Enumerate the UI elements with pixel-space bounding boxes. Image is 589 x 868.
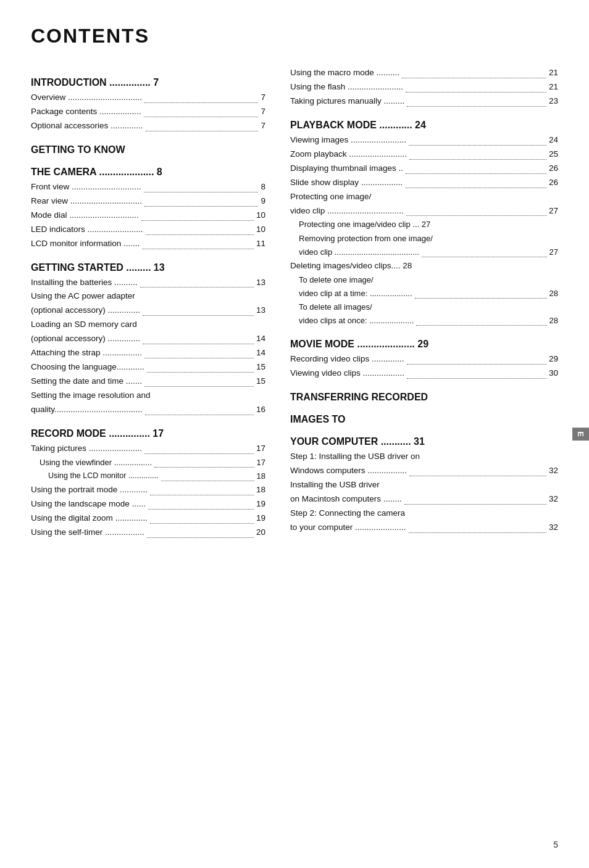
toc-attaching-strap: Attaching the strap ................. 14 — [31, 346, 265, 360]
toc-delete-one-image-line1: To delete one image/ — [290, 273, 558, 287]
toc-pictures-manually: Taking pictures manually ......... 23 — [290, 94, 558, 109]
toc-front-view: Front view .............................… — [31, 180, 265, 194]
section-introduction: INTRODUCTION ............... 7 Overview … — [31, 77, 265, 133]
toc-usb-driver-windows: Windows computers ................. 32 — [290, 464, 558, 478]
section-getting-started: GETTING STARTED ......... 13 Installing … — [31, 262, 265, 417]
toc-ac-adapter-line1: Using the AC power adapter — [31, 289, 265, 304]
toc-digital-zoom: Using the digital zoom .............. 19 — [31, 511, 265, 526]
toc-protect-image-line1: Protecting one image/ — [290, 190, 558, 204]
section-title-getting-to-know-line2: THE CAMERA .................... 8 — [31, 167, 265, 178]
section-transferring: TRANSFERRING RECORDED IMAGES TO YOUR COM… — [290, 392, 558, 535]
toc-slide-show: Slide show display .................. 26 — [290, 176, 558, 190]
toc-ac-adapter-line2: (optional accessory) .............. 13 — [31, 304, 265, 318]
right-column: Using the macro mode .......... 21 Using… — [290, 66, 558, 540]
section-title-movie-mode: MOVIE MODE ..................... 29 — [290, 339, 558, 350]
page-title: CONTENTS — [31, 25, 558, 48]
toc-delete-all-line1: To delete all images/ — [290, 300, 558, 314]
section-movie-mode: MOVIE MODE ..................... 29 Reco… — [290, 339, 558, 381]
toc-lcd-monitor-using: Using the LCD monitor .............. 18 — [31, 469, 265, 483]
toc-removing-protection-line2: video clip .............................… — [290, 246, 558, 259]
section-title-playback-mode: PLAYBACK MODE ............ 24 — [290, 120, 558, 131]
toc-viewing-video-clips: Viewing video clips .................. 3… — [290, 366, 558, 381]
section-playback-mode: PLAYBACK MODE ............ 24 Viewing im… — [290, 120, 558, 328]
toc-viewing-images: Viewing images ........................ … — [290, 133, 558, 147]
section-record-mode-cont: Using the macro mode .......... 21 Using… — [290, 66, 558, 109]
section-title-getting-started: GETTING STARTED ......... 13 — [31, 262, 265, 273]
toc-rear-view: Rear view ..............................… — [31, 194, 265, 209]
toc-date-time: Setting the date and time ....... 15 — [31, 374, 265, 389]
toc-taking-pictures: Taking pictures ....................... … — [31, 442, 265, 456]
toc-removing-protection-line1: Removing protection from one image/ — [290, 232, 558, 246]
toc-connect-camera-line1: Step 2: Connecting the camera — [290, 506, 558, 521]
toc-delete-one-image-line2: video clip at a time: ..................… — [290, 287, 558, 300]
toc-choosing-language: Choosing the language............ 15 — [31, 360, 265, 374]
toc-delete-all-line2: video clips at once: ...................… — [290, 314, 558, 328]
section-record-mode: RECORD MODE ............... 17 Taking pi… — [31, 428, 265, 540]
toc-package-contents: Package contents .................. 7 — [31, 105, 265, 119]
toc-deleting-images: Deleting images/video clips.... 28 — [290, 259, 558, 273]
toc-mode-dial: Mode dial ..............................… — [31, 209, 265, 223]
toc-zoom-playback: Zoom playback ......................... … — [290, 147, 558, 162]
toc-installing-batteries: Installing the batteries .......... 13 — [31, 276, 265, 290]
section-title-getting-to-know-line1: GETTING TO KNOW — [31, 144, 265, 155]
toc-led-indicators: LED indicators ........................ … — [31, 223, 265, 237]
toc-usb-driver-line1: Step 1: Installing the USB driver on — [290, 450, 558, 464]
toc-usb-driver-mac-line1: Installing the USB driver — [290, 478, 558, 492]
toc-macro-mode: Using the macro mode .......... 21 — [290, 66, 558, 80]
toc-sd-card-line2: (optional accessory) .............. 14 — [31, 332, 265, 346]
section-title-transferring-line2: IMAGES TO — [290, 414, 558, 425]
section-getting-to-know: GETTING TO KNOW THE CAMERA .............… — [31, 144, 265, 251]
section-title-transferring-line1: TRANSFERRING RECORDED — [290, 392, 558, 403]
toc-image-res-line1: Setting the image resolution and — [31, 389, 265, 403]
toc-overview: Overview ...............................… — [31, 91, 265, 105]
toc-usb-driver-mac: on Macintosh computers ........ 32 — [290, 492, 558, 506]
toc-thumbnail-images: Displaying thumbnail images .. 26 — [290, 162, 558, 176]
left-column: INTRODUCTION ............... 7 Overview … — [31, 66, 265, 540]
toc-recording-video-clips: Recording video clips .............. 29 — [290, 352, 558, 366]
toc-viewfinder: Using the viewfinder ................. 1… — [31, 456, 265, 469]
toc-protect-one-image: Protecting one image/video clip ... 27 — [290, 218, 558, 231]
toc-flash: Using the flash ........................… — [290, 80, 558, 94]
section-title-record-mode: RECORD MODE ............... 17 — [31, 428, 265, 439]
toc-optional-accessories: Optional accessories .............. 7 — [31, 119, 265, 133]
toc-portrait-mode: Using the portrait mode ............ 18 — [31, 483, 265, 497]
tab-e-label: E — [572, 428, 589, 441]
toc-sd-card-line1: Loading an SD memory card — [31, 318, 265, 332]
toc-image-res-line2: quality.................................… — [31, 403, 265, 417]
page-number: 5 — [553, 840, 558, 849]
toc-self-timer: Using the self-timer ................. 2… — [31, 526, 265, 540]
toc-connect-camera: to your computer ...................... … — [290, 521, 558, 535]
section-title-transferring-line3: YOUR COMPUTER ........... 31 — [290, 436, 558, 447]
toc-protect-image-line2: video clip .............................… — [290, 204, 558, 218]
toc-lcd-monitor: LCD monitor information ....... 11 — [31, 237, 265, 251]
section-title-introduction: INTRODUCTION ............... 7 — [31, 77, 265, 88]
toc-landscape-mode: Using the landscape mode ...... 19 — [31, 497, 265, 511]
